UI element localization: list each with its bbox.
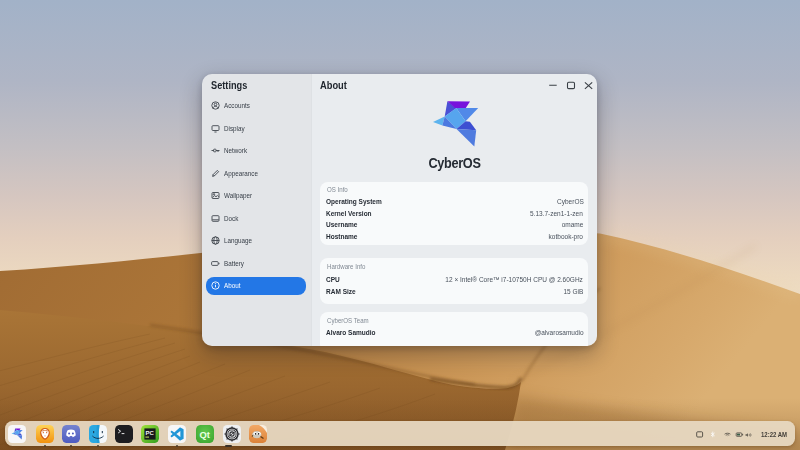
- svg-text:PC: PC: [145, 429, 154, 435]
- svg-text:Qt: Qt: [199, 428, 209, 439]
